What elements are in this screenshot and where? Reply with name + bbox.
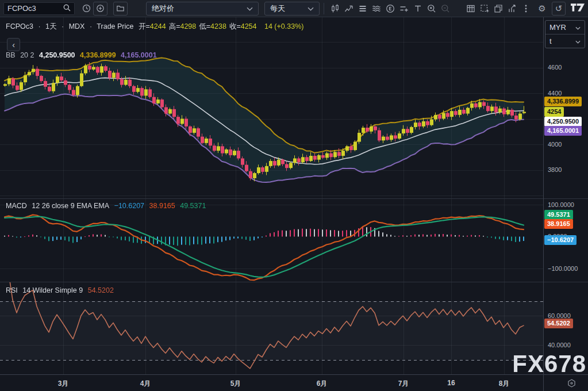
ohlc-label: 低= xyxy=(199,22,210,30)
axis-unit-box: MYR t xyxy=(545,20,585,48)
ohlc-label: 开= xyxy=(139,22,150,30)
unit-dropdown[interactable]: t xyxy=(545,34,585,48)
axis-tick: 4400 xyxy=(548,90,562,97)
plus-circle-icon[interactable] xyxy=(93,2,107,16)
price-alert-icon[interactable] xyxy=(397,2,411,16)
ohlc-value: 4238 xyxy=(210,22,226,30)
rsi-name: RSI xyxy=(6,286,18,294)
price-badge: 4,250.9500 xyxy=(544,117,582,126)
chart-region: FCPOc3 · 1天 · MDX · Trade Price 开=4244高=… xyxy=(0,17,588,391)
top-toolbar: 绝对价 每天 xyxy=(0,0,588,17)
waves-icon[interactable] xyxy=(370,2,383,16)
legend-exchange: MDX xyxy=(69,22,85,30)
bb-upper-value: 4,336.8999 xyxy=(80,51,116,59)
macd-params: 12 26 close 9 EMA EMA xyxy=(32,202,109,210)
ohlc-label: 收= xyxy=(229,22,241,30)
axis-tick: 100.0000 xyxy=(548,201,574,209)
macd-line-value: 38.9165 xyxy=(149,202,175,210)
circle-e-icon[interactable] xyxy=(383,2,397,16)
panel-separator[interactable] xyxy=(0,282,588,282)
time-label: 16 xyxy=(447,379,455,387)
chevron-down-icon xyxy=(308,4,314,13)
macd-hist-value: −10.6207 xyxy=(114,202,144,210)
axis-tick: 4000 xyxy=(548,141,562,148)
price-badge: 4,165.0001 xyxy=(544,126,582,136)
session-settings-icon[interactable] xyxy=(567,378,577,390)
time-axis[interactable]: 3月4月5月6月7月168月 xyxy=(0,374,588,391)
legend-symbol: FCPOc3 xyxy=(6,22,33,30)
symbol-search-input[interactable] xyxy=(7,4,61,13)
folder-icon[interactable] xyxy=(113,2,128,16)
zoom-out-icon[interactable] xyxy=(439,2,452,16)
settings-gear-icon[interactable]: ⚙ xyxy=(535,2,549,16)
time-label: 6月 xyxy=(317,379,328,389)
tradingview-logo[interactable] xyxy=(571,3,585,14)
interval-label: 每天 xyxy=(270,3,285,14)
clock-icon[interactable] xyxy=(79,2,93,16)
macd-name: MACD xyxy=(6,202,27,210)
bb-basis-value: 4,250.9500 xyxy=(39,51,75,59)
rows-icon[interactable] xyxy=(356,2,370,16)
table-icon[interactable] xyxy=(464,2,478,16)
legend-interval: 1天 xyxy=(45,22,56,30)
time-label: 3月 xyxy=(58,379,69,389)
axis-tick: 4600 xyxy=(548,64,562,71)
time-label: 4月 xyxy=(140,379,151,389)
time-label: 7月 xyxy=(398,379,409,389)
currency-dropdown[interactable]: MYR xyxy=(545,21,585,34)
rsi-value: 54.5202 xyxy=(88,286,114,294)
rsi-panel-canvas[interactable] xyxy=(0,282,543,374)
bb-name: BB xyxy=(6,51,16,59)
price-badge: 4254 xyxy=(544,107,564,117)
symbol-search[interactable] xyxy=(3,2,75,15)
back-button[interactable]: ‹ xyxy=(7,38,20,51)
symbol-legend[interactable]: FCPOc3 · 1天 · MDX · Trade Price 开=4244高=… xyxy=(6,22,306,32)
ohlc-label: 高= xyxy=(169,22,180,30)
chevron-down-icon xyxy=(575,37,581,45)
chevron-down-icon xyxy=(247,4,253,13)
price-badge: 49.5371 xyxy=(544,210,573,220)
price-badge: 4,336.8999 xyxy=(544,97,582,106)
price-axis-separator xyxy=(543,17,544,391)
compare-icon[interactable] xyxy=(342,2,356,16)
trading-chart-app: 绝对价 每天 xyxy=(0,0,588,391)
ohlc-value: 4244 xyxy=(150,22,166,30)
time-label: 5月 xyxy=(230,379,241,389)
ohlc-value: 4254 xyxy=(241,22,257,30)
ohlc-value: 4298 xyxy=(180,22,196,30)
reset-icon[interactable]: ↺ xyxy=(552,2,566,16)
price-badge: 38.9165 xyxy=(544,219,573,229)
fx678-watermark: FX678 xyxy=(512,352,586,376)
price-badge: −10.6207 xyxy=(544,235,577,245)
price-badge: 54.5202 xyxy=(544,319,573,328)
rsi-legend[interactable]: RSI 14 Wilder Simple 9 54.5202 xyxy=(6,286,117,294)
bb-legend[interactable]: BB 20 2 4,250.9500 4,336.8999 4,165.0001 xyxy=(6,51,160,59)
text-tool-icon[interactable] xyxy=(411,2,425,16)
price-mode-label: 绝对价 xyxy=(152,3,174,14)
stats-icon[interactable] xyxy=(505,2,519,16)
macd-legend[interactable]: MACD 12 26 close 9 EMA EMA −10.6207 38.9… xyxy=(6,202,209,210)
main-chart-canvas[interactable] xyxy=(0,17,543,198)
axis-tick: 3800 xyxy=(548,166,562,174)
price-mode-dropdown[interactable]: 绝对价 xyxy=(146,2,259,16)
zoom-in-icon[interactable] xyxy=(425,2,439,16)
panel-separator[interactable] xyxy=(0,198,588,199)
bb-lower-value: 4,165.0001 xyxy=(121,51,157,59)
price-axis[interactable]: MYR t 46004400420040003800100.00000.0000… xyxy=(544,17,588,374)
more-icon[interactable] xyxy=(519,2,533,16)
interval-dropdown[interactable]: 每天 xyxy=(264,2,320,16)
macd-panel-canvas[interactable] xyxy=(0,198,543,282)
search-icon xyxy=(63,3,71,14)
chevron-down-icon xyxy=(575,23,581,32)
chart-style-icon[interactable] xyxy=(328,2,342,16)
ohlc-values: 开=4244高=4298低=4238收=4254 xyxy=(139,22,260,30)
rsi-params: 14 Wilder Simple 9 xyxy=(22,286,83,294)
toolbar-divider xyxy=(324,3,324,14)
macd-signal-value: 49.5371 xyxy=(180,202,206,210)
axis-tick: −100.0000 xyxy=(548,265,578,273)
snapshot-icon[interactable] xyxy=(478,2,491,16)
axis-tick: 40.0000 xyxy=(548,342,571,349)
time-label: 8月 xyxy=(499,379,510,389)
copy-icon[interactable] xyxy=(491,2,505,16)
bb-params: 20 2 xyxy=(20,51,34,59)
